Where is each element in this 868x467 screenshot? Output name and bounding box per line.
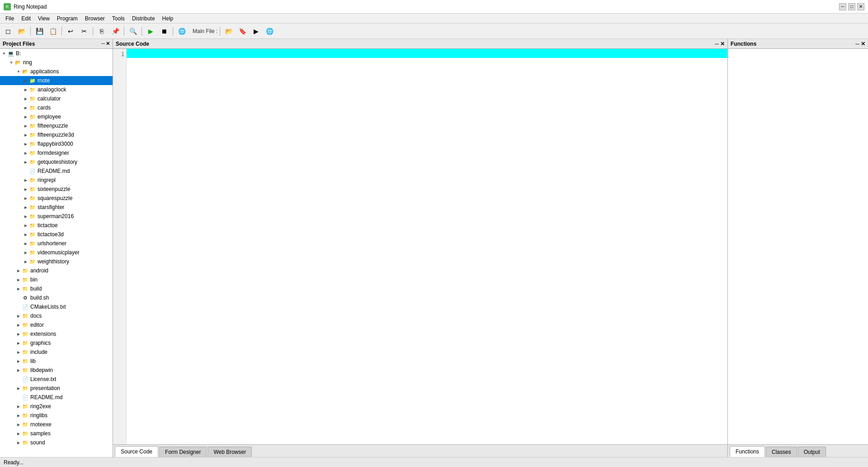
paste-button[interactable]: 📌 [109,25,122,37]
tab-classes[interactable]: Classes [766,447,797,457]
menu-item-program[interactable]: Program [53,14,81,23]
tree-item-build[interactable]: 📁build [0,284,113,293]
tree-label: ring2exe [30,403,51,410]
tree-item-analogclock[interactable]: 📁analogclock [0,85,113,94]
tree-item-ringlibs[interactable]: 📁ringlibs [0,411,113,420]
functions-panel-close[interactable]: ✕ [861,41,865,47]
tree-label: editor [30,322,44,328]
tree-item-calculator[interactable]: 📁calculator [0,94,113,103]
tree-label: squarespuzzle [38,195,72,201]
save-all-button[interactable]: 📋 [47,25,59,37]
tree-item-docs[interactable]: 📁docs [0,311,113,320]
run-button[interactable]: ▶ [144,25,157,37]
tree-item-cards[interactable]: 📁cards [0,103,113,112]
new-button[interactable]: ◻ [2,25,14,37]
maximize-button[interactable]: □ [848,3,855,10]
tree-item-tictactoe3d[interactable]: 📁tictactoe3d [0,230,113,239]
tree-item-bin[interactable]: 📁bin [0,275,113,284]
source-code-panel: Source Code ─ ✕ 1 Source CodeForm Design… [113,39,728,457]
folder-right-btn[interactable]: 📂 [222,25,235,37]
tree-item-weighthistory[interactable]: 📁weighthistory [0,257,113,266]
redo-button[interactable]: ✂ [78,25,90,37]
functions-panel-minimize[interactable]: ─ [855,41,859,47]
code-editor[interactable]: 1 [113,49,727,444]
tree-item-android[interactable]: 📁android [0,266,113,275]
tree-icon: 📁 [22,276,29,283]
tab-source-code[interactable]: Source Code [115,446,158,457]
tree-item-starsfighter[interactable]: 📁starsfighter [0,203,113,212]
tree-item-tictactoe[interactable]: 📁tictactoe [0,221,113,230]
tree-item-ringrepl[interactable]: 📁ringrepl [0,176,113,185]
tree-item-CMakeLists[interactable]: 📄CMakeLists.txt [0,302,113,311]
tree-arrow [15,385,22,391]
menu-item-help[interactable]: Help [159,14,177,23]
copy-button[interactable]: ⎘ [95,25,108,37]
source-panel-minimize[interactable]: ─ [715,41,719,47]
tree-label: samples [30,430,51,437]
menu-item-view[interactable]: View [34,14,53,23]
tree-item-README-md[interactable]: 📄README.md [0,167,113,176]
project-panel-minimize[interactable]: ─ [101,41,105,47]
code-area[interactable] [127,49,727,444]
tree-item-rnote[interactable]: 📁rnote [0,76,113,85]
tree-item-build-sh[interactable]: ⚙build.sh [0,293,113,302]
tree-item-formdesigner[interactable]: 📁formdesigner [0,148,113,157]
save-button[interactable]: 💾 [33,25,46,37]
tree-item-extensions[interactable]: 📁extensions [0,329,113,338]
run-right-btn[interactable]: ▶ [250,25,262,37]
project-tree[interactable]: 💻B:📂ring📂applications📁rnote📁analogclock📁… [0,49,113,457]
tab-output[interactable]: Output [798,447,826,457]
menu-item-edit[interactable]: Edit [18,14,34,23]
tree-item-superman2016[interactable]: 📁superman2016 [0,212,113,221]
tree-item-fifteenpuzzle3d[interactable]: 📁fifteenpuzzle3d [0,130,113,139]
menu-item-file[interactable]: File [2,14,18,23]
menu-item-tools[interactable]: Tools [108,14,128,23]
tree-item-flappybird3000[interactable]: 📁flappybird3000 [0,139,113,148]
web-right-btn[interactable]: 🌐 [263,25,276,37]
tree-item-fifteenpuzzle[interactable]: 📁fifteenpuzzle [0,121,113,130]
tree-item-samples[interactable]: 📁samples [0,429,113,438]
find-button[interactable]: 🔍 [127,25,139,37]
minimize-button[interactable]: ─ [839,3,846,10]
tree-item-License-txt[interactable]: 📄License.txt [0,375,113,384]
tab-functions[interactable]: Functions [730,446,765,457]
tree-item-graphics[interactable]: 📁graphics [0,338,113,348]
tree-item-rnoteexe[interactable]: 📁rnoteexe [0,420,113,429]
tree-item-videomusicplayer[interactable]: 📁videomusicplayer [0,248,113,257]
web-button[interactable]: 🌐 [175,25,188,37]
tree-item-include[interactable]: 📁include [0,348,113,357]
tree-label: starsfighter [38,204,64,210]
project-panel-close[interactable]: ✕ [106,41,110,47]
tree-item-B[interactable]: 💻B: [0,49,113,58]
tab-form-designer[interactable]: Form Designer [159,447,207,457]
tree-item-ring[interactable]: 📂ring [0,58,113,67]
tree-item-presentation[interactable]: 📁presentation [0,384,113,393]
tree-icon: 📁 [22,357,29,365]
bookmark-btn[interactable]: 🔖 [236,25,249,37]
tree-label: lib [30,358,36,364]
tree-item-urlshortener[interactable]: 📁urlshortener [0,239,113,248]
tree-item-squarespuzzle[interactable]: 📁squarespuzzle [0,194,113,203]
tree-icon: 📁 [29,249,36,256]
tree-item-sixteenpuzzle[interactable]: 📁sixteenpuzzle [0,185,113,194]
tree-item-sound[interactable]: 📁sound [0,438,113,447]
open-button[interactable]: 📂 [15,25,28,37]
undo-button[interactable]: ↩ [64,25,77,37]
tree-item-libdepwin[interactable]: 📁libdepwin [0,366,113,375]
tree-item-applications[interactable]: 📂applications [0,67,113,76]
menu-item-browser[interactable]: Browser [81,14,108,23]
tree-item-README-root[interactable]: 📄README.md [0,393,113,402]
tab-web-browser[interactable]: Web Browser [208,447,252,457]
tree-item-ring2exe[interactable]: 📁ring2exe [0,402,113,411]
close-button[interactable]: ✕ [857,3,864,10]
menu-item-distribute[interactable]: Distribute [128,14,159,23]
tree-item-editor[interactable]: 📁editor [0,320,113,329]
tree-label: fifteenpuzzle [38,123,68,129]
tree-item-getquoteshistory[interactable]: 📁getquoteshistory [0,157,113,167]
source-panel-close[interactable]: ✕ [720,41,725,47]
stop-button[interactable]: ⏹ [158,25,170,37]
functions-panel-header: Functions ─ ✕ [728,39,868,49]
tree-item-lib[interactable]: 📁lib [0,357,113,366]
tree-item-employee[interactable]: 📁employee [0,112,113,121]
toolbar-separator [142,27,142,36]
